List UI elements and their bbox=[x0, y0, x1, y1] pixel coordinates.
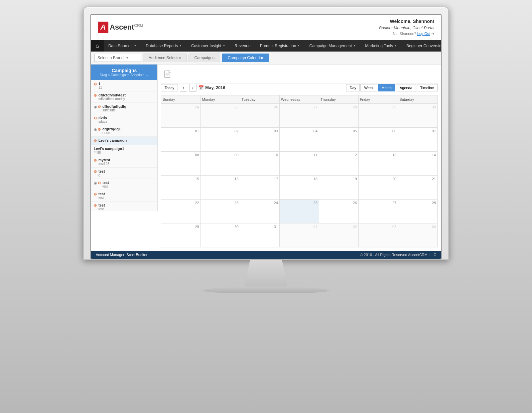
calendar-day-cell[interactable]: 08 bbox=[161, 151, 201, 175]
calendar-day-cell[interactable]: 20 bbox=[358, 175, 398, 199]
calendar-day-cell[interactable]: 27 bbox=[280, 103, 319, 127]
calendar-day-cell[interactable]: 16 bbox=[200, 175, 240, 199]
calendar-day-cell[interactable]: 30 bbox=[200, 223, 240, 247]
list-item[interactable]: ◉ ⚙ dffgdfgdfgdfg sdfsfsdfs bbox=[91, 103, 157, 114]
calendar-day-cell[interactable]: 11 bbox=[280, 151, 319, 175]
nav-item-marketing-tools[interactable]: Marketing Tools ▼ bbox=[360, 40, 402, 52]
calendar-day-cell[interactable]: 07 bbox=[398, 127, 438, 151]
calendar-day-cell[interactable]: 18 bbox=[280, 175, 319, 199]
view-timeline-button[interactable]: Timeline bbox=[417, 84, 438, 91]
calendar-day-cell[interactable]: 26 bbox=[240, 103, 280, 127]
nav-item-campaign-management[interactable]: Campaign Management ▼ bbox=[305, 40, 360, 52]
nav-label-data-sources: Data Sources bbox=[108, 44, 133, 48]
item-content: test test bbox=[98, 192, 105, 200]
calendar-day-cell[interactable]: 13 bbox=[358, 151, 398, 175]
view-day-button[interactable]: Day bbox=[346, 84, 360, 91]
calendar-day-cell[interactable]: 10 bbox=[240, 151, 280, 175]
calendar-toolbar: Today ‹ › 📅 May, 2016 Day Week Month bbox=[161, 84, 438, 92]
list-item[interactable]: ⚙ mytest test123 bbox=[91, 156, 157, 168]
calendar-day-cell[interactable]: 23 bbox=[200, 199, 240, 223]
nav-item-product-registration[interactable]: Product Registration ▼ bbox=[255, 40, 305, 52]
item-content: Levi's campaign bbox=[98, 138, 127, 142]
calendar-day-cell[interactable]: 21 bbox=[398, 175, 438, 199]
calendar-day-cell[interactable]: 25 bbox=[200, 103, 240, 127]
calendar-day-cell[interactable]: 03 bbox=[240, 127, 280, 151]
campaigns-sidebar: Campaigns Drag a Campaign to Schedule → … bbox=[91, 65, 158, 211]
view-month-button[interactable]: Month bbox=[378, 84, 395, 91]
day-number: 05 bbox=[321, 129, 357, 133]
day-number: 13 bbox=[360, 153, 397, 157]
sidebar-drag-hint: Drag a Campaign to Schedule → bbox=[94, 73, 154, 77]
today-button[interactable]: Today bbox=[161, 84, 178, 91]
calendar-day-cell[interactable]: 31 bbox=[240, 223, 280, 247]
item-sub: sdggs bbox=[98, 120, 107, 123]
nav-item-revenue[interactable]: Revenue bbox=[230, 40, 255, 52]
gear-icon: ⚙ bbox=[94, 82, 97, 86]
calendar-day-cell[interactable]: 02 bbox=[319, 223, 358, 247]
tab-campaign-calendar[interactable]: Campaign Calendar bbox=[222, 54, 269, 62]
item-icons: ◉ ⚙ bbox=[94, 181, 101, 185]
calendar-day-cell[interactable]: 28 bbox=[398, 199, 438, 223]
calendar-day-cell[interactable]: 26 bbox=[319, 199, 358, 223]
list-item[interactable]: ⚙ test test bbox=[91, 202, 157, 211]
view-agenda-button[interactable]: Agenda bbox=[396, 84, 416, 91]
calendar-day-cell[interactable]: 05 bbox=[319, 127, 358, 151]
calendar-day-cell[interactable]: 28 bbox=[319, 103, 358, 127]
calendar-day-cell[interactable]: 06 bbox=[358, 127, 398, 151]
calendar-day-cell[interactable]: 24 bbox=[240, 199, 280, 223]
list-item[interactable]: ⚙ 1 11 bbox=[91, 80, 157, 91]
calendar-day-cell[interactable]: 12 bbox=[319, 151, 358, 175]
calendar-day-cell[interactable]: 04 bbox=[398, 223, 438, 247]
nav-item-data-sources[interactable]: Data Sources ▼ bbox=[104, 40, 141, 52]
gear-icon: ⚙ bbox=[98, 105, 101, 109]
calendar-day-cell[interactable]: 22 bbox=[161, 199, 201, 223]
chevron-down-icon: ▼ bbox=[297, 44, 300, 47]
gear-icon: ⚙ bbox=[94, 116, 97, 120]
calendar-day-cell[interactable]: 19 bbox=[319, 175, 358, 199]
list-item[interactable]: ⚙ test test bbox=[91, 190, 157, 202]
nav-item-beginner-conversion[interactable]: Beginner Conversion ▼ bbox=[402, 40, 442, 52]
calendar-day-cell[interactable]: 24 bbox=[161, 103, 201, 127]
list-item[interactable]: Levi's campaign1 #ffffff bbox=[91, 145, 157, 156]
list-item[interactable]: ⚙ dvds sdggs bbox=[91, 114, 157, 125]
list-item[interactable]: ◉ ⚙ ergtrtqqq1 rtertrrr bbox=[91, 125, 157, 137]
list-item[interactable]: ⚙ test g bbox=[91, 168, 157, 179]
logout-link[interactable]: Log Out bbox=[417, 32, 430, 36]
nav-item-customer-insight[interactable]: Customer Insight ▼ bbox=[187, 40, 230, 52]
item-name: test bbox=[98, 169, 105, 173]
calendar-day-cell[interactable]: 03 bbox=[358, 223, 398, 247]
calendar-day-cell[interactable]: 01 bbox=[280, 223, 319, 247]
main-nav: ⌂ Data Sources ▼ Database Reports ▼ Cust… bbox=[91, 40, 441, 52]
prev-month-button[interactable]: ‹ bbox=[180, 84, 187, 92]
item-sub: rtertrrr bbox=[102, 131, 121, 135]
day-number: 19 bbox=[321, 177, 357, 181]
item-content: test test bbox=[102, 181, 109, 188]
calendar-day-cell[interactable]: 09 bbox=[200, 151, 240, 175]
view-week-button[interactable]: Week bbox=[360, 84, 377, 91]
nav-item-database-reports[interactable]: Database Reports ▼ bbox=[141, 40, 187, 52]
day-number: 25 bbox=[281, 201, 318, 205]
calendar-day-cell[interactable]: 27 bbox=[358, 199, 398, 223]
list-item[interactable]: ⚙ Levi's campaign bbox=[91, 137, 157, 145]
nav-home-button[interactable]: ⌂ bbox=[91, 40, 104, 52]
calendar-area: Today ‹ › 📅 May, 2016 Day Week Month bbox=[158, 65, 441, 251]
calendar-day-cell[interactable]: 02 bbox=[200, 127, 240, 151]
next-month-button[interactable]: › bbox=[189, 84, 197, 92]
calendar-day-cell[interactable]: 29 bbox=[358, 103, 398, 127]
tab-audience-selector[interactable]: Audience Selector bbox=[143, 54, 187, 62]
brand-selector[interactable]: Select a Brand ▼ bbox=[94, 54, 141, 62]
calendar-day-cell[interactable]: 15 bbox=[161, 175, 201, 199]
calendar-day-cell[interactable]: 17 bbox=[240, 175, 280, 199]
calendar-day-cell[interactable]: 30 bbox=[398, 103, 438, 127]
gear-icon: ⚙ bbox=[94, 192, 97, 197]
calendar-day-cell[interactable]: 29 bbox=[161, 223, 201, 247]
day-number: 24 bbox=[241, 201, 278, 205]
calendar-day-cell[interactable]: 14 bbox=[398, 151, 438, 175]
list-item[interactable]: ◉ ⚙ test test bbox=[91, 179, 157, 190]
calendar-day-cell[interactable]: 01 bbox=[161, 127, 201, 151]
list-item[interactable]: ⚙ dfdcfdfvsdvtest sdfvsdftest modify bbox=[91, 91, 157, 103]
tab-campaigns[interactable]: Campaigns bbox=[189, 54, 220, 62]
item-icons: ◉ ⚙ bbox=[94, 127, 101, 132]
calendar-day-cell[interactable]: 04 bbox=[280, 127, 319, 151]
calendar-day-cell[interactable]: 25 bbox=[280, 199, 319, 223]
